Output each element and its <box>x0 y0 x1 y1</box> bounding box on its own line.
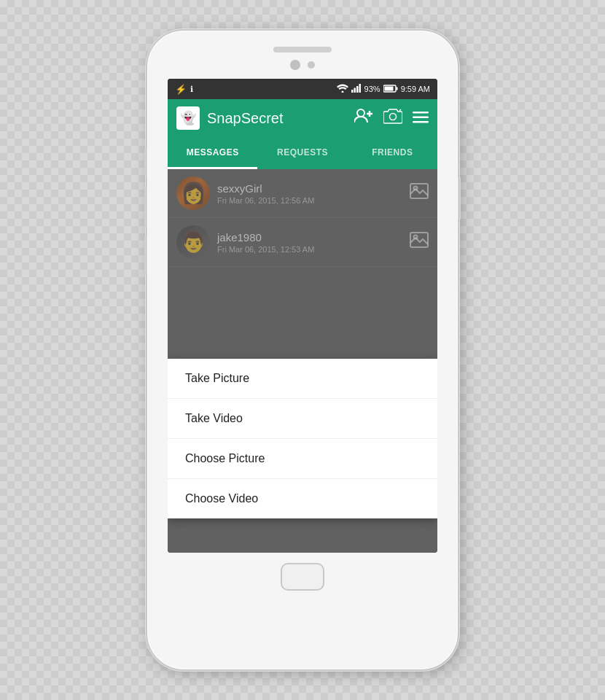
add-friend-button[interactable] <box>354 108 373 128</box>
app-title: SnapSecret <box>207 110 347 127</box>
svg-rect-1 <box>351 90 354 93</box>
svg-point-11 <box>390 114 397 120</box>
camera-sensor <box>308 61 315 69</box>
wifi-icon <box>337 84 348 94</box>
context-menu: Take Picture Take Video Choose Picture C… <box>168 359 437 518</box>
phone-speaker <box>273 47 332 52</box>
svg-rect-6 <box>396 87 397 90</box>
choose-picture-option[interactable]: Choose Picture <box>168 439 437 479</box>
avatar <box>176 176 210 210</box>
ghost-icon: 👻 <box>180 110 196 126</box>
tab-friends-label: FRIENDS <box>372 147 413 158</box>
info-icon: ℹ <box>190 85 193 94</box>
message-info: sexxyGirl Fri Mar 06, 2015, 12:56 AM <box>217 182 402 205</box>
svg-rect-4 <box>359 84 361 93</box>
message-item[interactable]: jake1980 Fri Mar 06, 2015, 12:53 AM <box>168 218 437 267</box>
svg-rect-7 <box>384 86 393 90</box>
tab-requests-label: REQUESTS <box>277 147 328 158</box>
phone-cameras <box>290 60 315 70</box>
camera-button[interactable] <box>383 108 402 128</box>
take-picture-option[interactable]: Take Picture <box>168 359 437 399</box>
camera-lens <box>290 60 300 70</box>
svg-line-12 <box>399 109 401 111</box>
signal-icon <box>351 84 362 94</box>
app-bar: 👻 SnapSecret <box>168 99 437 137</box>
message-date: Fri Mar 06, 2015, 12:56 AM <box>217 196 402 205</box>
power-button[interactable] <box>458 176 461 220</box>
home-button[interactable] <box>281 563 324 591</box>
volume-up-button[interactable] <box>144 147 147 176</box>
svg-rect-15 <box>413 121 429 123</box>
app-logo: 👻 <box>176 106 200 130</box>
avatar <box>176 225 210 259</box>
phone-bottom <box>281 563 324 591</box>
image-icon <box>410 183 429 203</box>
silent-button[interactable] <box>144 235 147 275</box>
tab-friends[interactable]: FRIENDS <box>348 137 437 169</box>
message-date: Fri Mar 06, 2015, 12:53 AM <box>217 245 402 254</box>
usb-icon: ⚡ <box>175 84 187 95</box>
menu-button[interactable] <box>413 109 429 128</box>
svg-rect-13 <box>413 112 429 114</box>
message-username: jake1980 <box>217 231 402 244</box>
time-display: 9:59 AM <box>401 85 430 93</box>
svg-rect-3 <box>356 86 359 93</box>
battery-percentage: 93% <box>364 85 380 93</box>
tab-bar: MESSAGES REQUESTS FRIENDS <box>168 137 437 169</box>
phone-screen: ⚡ ℹ <box>168 79 437 553</box>
svg-rect-2 <box>354 88 356 93</box>
app-actions <box>354 108 429 128</box>
battery-icon <box>383 85 398 94</box>
phone-frame: ⚡ ℹ <box>146 29 459 671</box>
svg-point-8 <box>357 109 364 117</box>
message-username: sexxyGirl <box>217 182 402 195</box>
volume-down-button[interactable] <box>144 187 147 228</box>
image-icon <box>410 232 429 252</box>
tab-messages-label: MESSAGES <box>187 147 239 158</box>
svg-rect-14 <box>413 117 429 119</box>
message-item[interactable]: sexxyGirl Fri Mar 06, 2015, 12:56 AM <box>168 169 437 218</box>
choose-video-option[interactable]: Choose Video <box>168 479 437 518</box>
message-info: jake1980 Fri Mar 06, 2015, 12:53 AM <box>217 231 402 254</box>
status-bar: ⚡ ℹ <box>168 79 437 99</box>
tab-messages[interactable]: MESSAGES <box>168 137 257 169</box>
take-video-option[interactable]: Take Video <box>168 399 437 439</box>
tab-requests[interactable]: REQUESTS <box>257 137 347 169</box>
messages-list: sexxyGirl Fri Mar 06, 2015, 12:56 AM <box>168 169 437 553</box>
svg-point-0 <box>341 91 343 93</box>
